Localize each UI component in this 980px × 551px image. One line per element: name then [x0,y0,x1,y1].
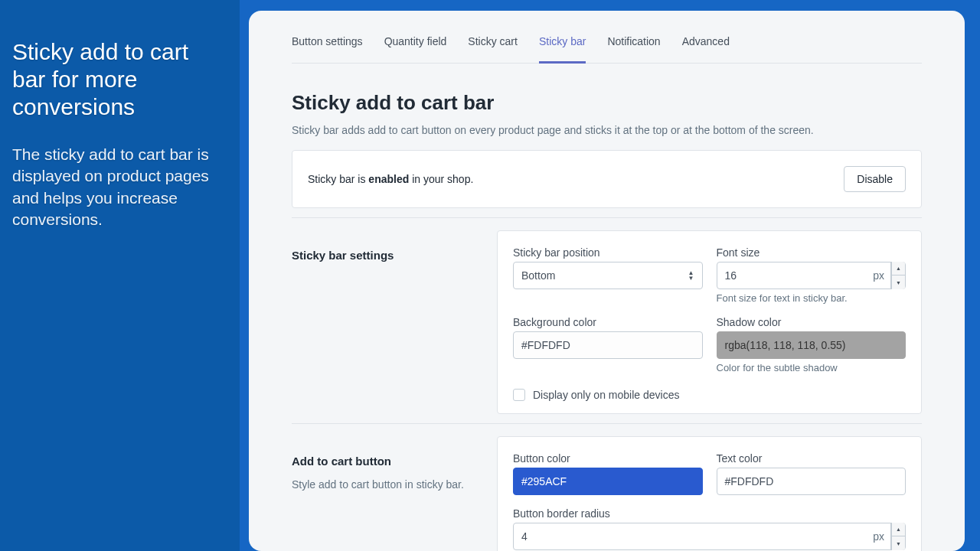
field-bg-color: Background color #FDFDFD [513,316,703,373]
field-shadow-color: Shadow color rgba(118, 118, 118, 0.55) C… [717,316,906,373]
sidebar-title: Sticky add to cart bar for more conversi… [12,38,227,121]
font-label: Font size [717,246,906,259]
page-title: Sticky add to cart bar [292,91,922,115]
radius-label: Button border radius [513,507,906,520]
status-card: Sticky bar is enabled in your shop. Disa… [292,150,922,208]
main: Button settings Quantity field Sticky ca… [240,0,980,551]
field-button-color: Button color #295ACF [513,452,703,495]
shadow-color-input[interactable]: rgba(118, 118, 118, 0.55) [717,331,906,359]
sidebar: Sticky add to cart bar for more conversi… [0,0,240,551]
radius-stepper[interactable]: px ▲ ▼ [513,523,906,550]
field-position: Sticky bar position Bottom ▲▼ [513,246,703,304]
status-prefix: Sticky bar is [308,173,368,185]
disable-button[interactable]: Disable [844,166,906,192]
bg-value: #FDFDFD [521,339,570,351]
button-color-input[interactable]: #295ACF [513,468,703,495]
position-value: Bottom [521,269,555,282]
tab-button-settings[interactable]: Button settings [292,35,363,63]
text-color-input[interactable]: #FDFDFD [717,468,906,495]
tab-quantity-field[interactable]: Quantity field [384,35,447,63]
font-size-stepper[interactable]: px ▲ ▼ [717,262,906,289]
shadow-label: Shadow color [717,316,906,328]
section-card: Sticky bar position Bottom ▲▼ Font size … [497,230,922,414]
status-state: enabled [368,173,409,185]
shadow-value: rgba(118, 118, 118, 0.55) [725,339,846,351]
spinner: ▲ ▼ [891,523,905,550]
section-title: Add to cart button [292,455,479,468]
page-header: Sticky add to cart bar Sticky bar adds a… [292,64,922,150]
radius-input[interactable] [514,523,867,549]
settings-panel: Button settings Quantity field Sticky ca… [249,11,965,551]
stepper-up-icon[interactable]: ▲ [891,262,905,276]
tab-notification[interactable]: Notification [607,35,660,63]
field-font-size: Font size px ▲ ▼ Font size for text in s… [717,246,906,304]
divider [292,423,922,424]
shadow-hint: Color for the subtle shadow [717,362,906,373]
section-sub: Style add to cart button in sticky bar. [292,478,479,491]
section-sticky-bar-settings: Sticky bar settings Sticky bar position … [292,230,922,414]
stepper-up-icon[interactable]: ▲ [891,523,905,536]
text-color-label: Text color [717,452,906,465]
section-header: Add to cart button Style add to cart but… [292,436,479,551]
button-color-label: Button color [513,452,703,465]
section-header: Sticky bar settings [292,230,479,414]
font-unit: px [867,262,891,289]
spinner: ▲ ▼ [891,262,905,289]
sidebar-desc: The sticky add to cart bar is displayed … [12,144,227,230]
stepper-down-icon[interactable]: ▼ [891,276,905,289]
page-desc: Sticky bar adds add to cart button on ev… [292,124,922,136]
field-mobile-only: Display only on mobile devices [513,389,906,401]
status-text: Sticky bar is enabled in your shop. [308,173,473,185]
text-color-value: #FDFDFD [725,475,774,487]
radius-unit: px [867,523,891,549]
mobile-only-checkbox[interactable] [513,389,525,401]
section-card: Button color #295ACF Text color #FDFDFD [497,436,922,551]
position-select[interactable]: Bottom ▲▼ [513,262,703,289]
bg-label: Background color [513,316,703,328]
font-hint: Font size for text in sticky bar. [717,292,906,304]
section-title: Sticky bar settings [292,249,479,262]
tabs: Button settings Quantity field Sticky ca… [292,11,922,64]
divider [292,217,922,218]
button-color-value: #295ACF [521,475,567,487]
select-arrows-icon: ▲▼ [688,270,694,281]
section-add-to-cart-button: Add to cart button Style add to cart but… [292,436,922,551]
mobile-only-label: Display only on mobile devices [533,389,679,401]
stepper-down-icon[interactable]: ▼ [891,536,905,550]
position-label: Sticky bar position [513,246,703,259]
tab-sticky-bar[interactable]: Sticky bar [539,35,586,64]
font-size-input[interactable] [717,262,867,289]
status-suffix: in your shop. [409,173,473,185]
field-text-color: Text color #FDFDFD [717,452,906,495]
bg-color-input[interactable]: #FDFDFD [513,331,703,359]
field-border-radius: Button border radius px ▲ ▼ [513,507,906,550]
tab-advanced[interactable]: Advanced [682,35,730,63]
tab-sticky-cart[interactable]: Sticky cart [468,35,518,63]
